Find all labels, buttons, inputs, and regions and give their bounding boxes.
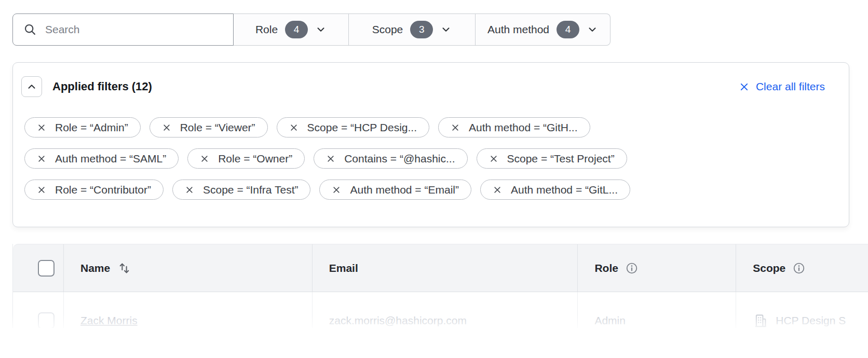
- dismiss-filter-icon[interactable]: [185, 185, 194, 195]
- dismiss-filter-icon[interactable]: [326, 154, 335, 163]
- chevron-down-icon: [587, 24, 598, 35]
- org-building-icon: [753, 313, 768, 328]
- filter-pill-label: Role = “Viewer”: [180, 121, 255, 134]
- row-select-cell: [13, 292, 63, 328]
- applied-filters-panel: Applied filters (12) Clear all filters R…: [12, 62, 849, 227]
- search-box[interactable]: [12, 13, 234, 46]
- info-icon[interactable]: [626, 262, 638, 274]
- filter-pill: Auth method = “SAML”: [24, 148, 179, 169]
- filter-pill-label: Role = “Owner”: [218, 153, 292, 165]
- dismiss-filter-icon[interactable]: [332, 185, 341, 195]
- filter-pill: Scope = “Infra Test”: [172, 180, 310, 200]
- row-role-cell: Admin: [577, 292, 736, 328]
- filter-bar: Role 4 Scope 3 Auth method 4: [12, 13, 611, 46]
- collapse-panel-button[interactable]: [21, 76, 42, 97]
- pill-row: Role = “Contributor” Scope = “Infra Test…: [24, 180, 837, 200]
- chevron-up-icon: [26, 81, 37, 92]
- dismiss-filter-icon[interactable]: [489, 154, 498, 163]
- dismiss-filter-icon[interactable]: [200, 154, 209, 163]
- filter-pill-label: Auth method = “GitL...: [511, 184, 618, 196]
- chevron-down-icon: [440, 24, 452, 35]
- name-column-label: Name: [80, 262, 110, 274]
- row-name-cell: Zack Morris: [63, 292, 312, 328]
- filter-pill-rows: Role = “Admin” Role = “Viewer” Scope = “…: [24, 117, 837, 200]
- role-filter-count-badge: 4: [285, 21, 308, 38]
- filter-pill: Role = “Contributor”: [24, 180, 164, 200]
- user-role-text: Admin: [594, 314, 626, 327]
- table-header-row: Name Email Role Scope: [13, 244, 868, 292]
- dismiss-filter-icon[interactable]: [162, 123, 171, 132]
- filter-pill-label: Role = “Admin”: [55, 121, 128, 134]
- dismiss-filter-icon[interactable]: [37, 185, 46, 195]
- user-scope-text: HCP Design S: [776, 314, 846, 327]
- pill-row: Role = “Admin” Role = “Viewer” Scope = “…: [24, 117, 837, 137]
- search-input[interactable]: [45, 23, 216, 36]
- role-filter-label: Role: [255, 23, 278, 36]
- users-table-grid: Name Email Role Scope: [12, 244, 868, 328]
- chevron-down-icon: [315, 24, 327, 35]
- filter-pill: Contains = “@hashic...: [314, 148, 467, 169]
- filter-pill: Role = “Viewer”: [150, 117, 268, 137]
- dismiss-filter-icon[interactable]: [451, 123, 460, 132]
- auth-method-filter-dropdown[interactable]: Auth method 4: [476, 13, 611, 46]
- filter-pill: Scope = “Test Project”: [477, 148, 627, 169]
- scope-value: HCP Design S: [753, 313, 846, 328]
- auth-method-filter-label: Auth method: [487, 23, 549, 36]
- row-email-cell: zack.morris@hashicorp.com: [312, 292, 578, 328]
- filter-pill: Auth method = “Email”: [319, 180, 471, 200]
- filter-pill-label: Auth method = “GitH...: [469, 121, 578, 134]
- table-row: Zack Morris zack.morris@hashicorp.com Ad…: [13, 292, 868, 328]
- dismiss-filter-icon[interactable]: [289, 123, 299, 132]
- auth-method-filter-count-badge: 4: [557, 21, 579, 38]
- clear-all-filters-button[interactable]: Clear all filters: [739, 80, 825, 93]
- filter-pill-label: Scope = “Test Project”: [507, 153, 615, 165]
- filter-pill: Role = “Admin”: [24, 117, 141, 137]
- email-column-label: Email: [329, 262, 358, 274]
- users-table: Name Email Role Scope: [12, 244, 868, 328]
- sort-by-name-button[interactable]: Name: [80, 261, 131, 276]
- dismiss-filter-icon[interactable]: [37, 154, 46, 163]
- filter-pill-label: Auth method = “Email”: [350, 184, 459, 196]
- filter-pill-label: Scope = “Infra Test”: [203, 184, 298, 196]
- row-scope-cell: HCP Design S: [736, 292, 868, 328]
- dismiss-filter-icon[interactable]: [37, 123, 46, 132]
- info-icon[interactable]: [793, 262, 805, 274]
- role-filter-dropdown[interactable]: Role 4: [234, 13, 349, 46]
- applied-filters-title: Applied filters (12): [52, 80, 152, 93]
- scope-column-label: Scope: [753, 262, 785, 274]
- applied-filters-header: Applied filters (12) Clear all filters: [21, 76, 825, 97]
- user-name-link[interactable]: Zack Morris: [80, 314, 138, 327]
- clear-all-filters-label: Clear all filters: [756, 80, 825, 93]
- scope-filter-dropdown[interactable]: Scope 3: [349, 13, 476, 46]
- search-icon: [23, 23, 37, 36]
- header-role-cell: Role: [577, 244, 736, 292]
- scope-filter-count-badge: 3: [410, 21, 433, 38]
- scope-filter-label: Scope: [372, 23, 403, 36]
- header-select-all-cell: [13, 244, 63, 292]
- sort-arrows-icon: [117, 261, 131, 276]
- filter-pill: Auth method = “GitL...: [480, 180, 630, 200]
- header-scope-cell: Scope: [736, 244, 868, 292]
- header-email-cell: Email: [312, 244, 578, 292]
- filter-pill-label: Contains = “@hashic...: [344, 153, 455, 165]
- pill-row: Auth method = “SAML” Role = “Owner” Cont…: [24, 148, 837, 169]
- filter-pill-label: Auth method = “SAML”: [55, 153, 166, 165]
- filter-pill-label: Role = “Contributor”: [55, 184, 151, 196]
- row-checkbox[interactable]: [38, 312, 55, 328]
- role-column-label: Role: [594, 262, 618, 274]
- user-email-text: zack.morris@hashicorp.com: [329, 314, 467, 327]
- dismiss-filter-icon[interactable]: [493, 185, 502, 195]
- filter-pill-label: Scope = “HCP Desig...: [307, 121, 417, 134]
- filter-pill: Auth method = “GitH...: [438, 117, 590, 137]
- filter-pill: Scope = “HCP Desig...: [277, 117, 429, 137]
- filter-pill: Role = “Owner”: [187, 148, 305, 169]
- user-filter-page: Role 4 Scope 3 Auth method 4: [0, 0, 868, 358]
- header-name-cell: Name: [63, 244, 312, 292]
- select-all-checkbox[interactable]: [38, 260, 55, 277]
- x-icon: [739, 81, 750, 92]
